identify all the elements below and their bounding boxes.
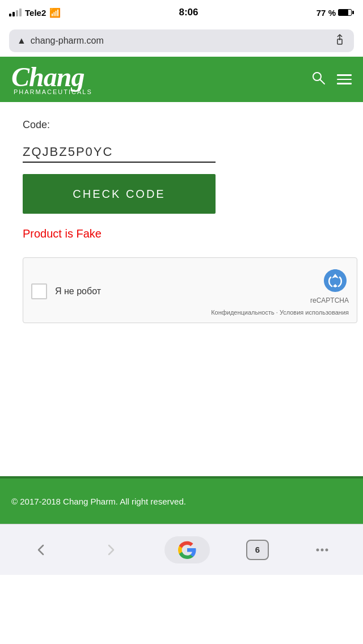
- recaptcha-box: Я не робот reCAPTCHA Конфиденциальность …: [23, 257, 357, 323]
- url-text[interactable]: chang-pharm.com: [31, 36, 104, 46]
- tabs-count: 6: [255, 545, 260, 554]
- recaptcha-links[interactable]: Конфиденциальность · Условия использован…: [211, 309, 349, 316]
- wifi-icon: 📶: [49, 7, 61, 18]
- recaptcha-right: reCAPTCHA Конфиденциальность · Условия и…: [211, 267, 349, 316]
- status-bar: Tele2 📶 8:06 77 %: [0, 0, 363, 25]
- search-icon[interactable]: [311, 70, 326, 88]
- signal-bars-icon: [9, 9, 22, 16]
- carrier-label: Tele2: [25, 8, 46, 18]
- warning-icon: ▲: [17, 36, 26, 46]
- address-left: ▲ chang-pharm.com: [17, 36, 104, 46]
- svg-point-5: [326, 548, 328, 551]
- hamburger-menu-icon[interactable]: [337, 74, 352, 84]
- browser-bar: 6: [0, 524, 363, 575]
- footer-copyright: © 2017-2018 Chang Pharm. All right reser…: [11, 497, 186, 506]
- status-right: 77 %: [316, 8, 354, 18]
- code-input[interactable]: [23, 142, 216, 163]
- status-left: Tele2 📶: [9, 7, 61, 18]
- main-content: Code: CHECK CODE Product is Fake Я не ро…: [0, 102, 363, 431]
- svg-point-3: [316, 548, 319, 551]
- recaptcha-checkbox[interactable]: [31, 283, 47, 299]
- logo-sub: PHARMACEUTICALS: [14, 88, 92, 95]
- address-bar: ▲ chang-pharm.com: [0, 25, 363, 57]
- share-icon[interactable]: [334, 33, 346, 49]
- logo-name: Chang: [11, 63, 92, 91]
- battery-icon: [338, 9, 354, 16]
- svg-line-2: [320, 80, 325, 84]
- check-code-button[interactable]: CHECK CODE: [23, 174, 216, 214]
- forward-button[interactable]: [94, 536, 128, 564]
- recaptcha-brand: reCAPTCHA: [310, 296, 349, 304]
- nav-icons: [311, 70, 352, 88]
- more-button[interactable]: [305, 536, 339, 564]
- code-label: Code:: [23, 119, 340, 131]
- code-input-wrapper: [23, 142, 340, 163]
- tabs-button[interactable]: 6: [246, 540, 269, 560]
- google-button[interactable]: [164, 536, 210, 564]
- recaptcha-logo-icon: [322, 267, 349, 294]
- status-time: 8:06: [179, 7, 199, 18]
- svg-point-4: [321, 548, 324, 551]
- recaptcha-label: Я не робот: [55, 286, 101, 296]
- fake-message: Product is Fake: [23, 227, 340, 240]
- recaptcha-left: Я не робот: [31, 283, 101, 299]
- footer: © 2017-2018 Chang Pharm. All right reser…: [0, 478, 363, 524]
- logo[interactable]: Chang PHARMACEUTICALS: [11, 63, 92, 95]
- battery-percent: 77 %: [316, 8, 336, 18]
- back-button[interactable]: [24, 536, 58, 564]
- nav-header: Chang PHARMACEUTICALS: [0, 57, 363, 102]
